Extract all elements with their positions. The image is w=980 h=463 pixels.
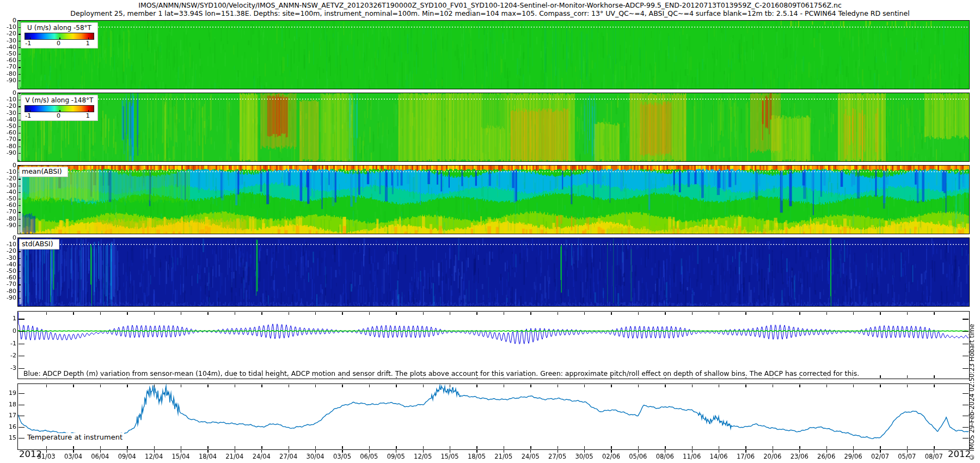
y-tick-label: -20 bbox=[0, 31, 16, 37]
x-tick-mark bbox=[369, 385, 370, 387]
y-tick-label: -60 bbox=[0, 202, 16, 209]
x-date-label: 15/05 bbox=[437, 453, 462, 460]
x-tick-mark bbox=[73, 385, 74, 387]
x-tick-mark bbox=[530, 446, 531, 449]
y-tick-mark bbox=[19, 368, 24, 369]
panel-depth-variation: Blue: ADCP Depth (m) variation from sens… bbox=[17, 311, 970, 379]
x-tick-mark bbox=[154, 312, 155, 315]
x-tick-mark bbox=[504, 312, 504, 315]
std-absi-heatmap bbox=[18, 238, 969, 306]
y-tick-mark bbox=[19, 427, 24, 428]
x-date-label: 21/04 bbox=[222, 453, 247, 460]
y-tick-mark bbox=[19, 331, 24, 332]
u-velocity-heatmap bbox=[18, 21, 969, 89]
x-date-label: 30/04 bbox=[303, 453, 328, 460]
x-tick-mark bbox=[558, 312, 558, 315]
x-tick-mark bbox=[450, 385, 450, 387]
x-date-label: 20/06 bbox=[760, 453, 785, 460]
x-tick-mark bbox=[692, 385, 693, 387]
title-filename: IMOS/ANMN/NSW/SYD100/Velocity/IMOS_ANMN-… bbox=[0, 1, 980, 9]
x-tick-mark bbox=[584, 385, 585, 387]
x-tick-mark bbox=[207, 446, 208, 449]
y-tick-label: -20 bbox=[0, 175, 16, 182]
x-tick-mark bbox=[638, 385, 639, 387]
x-tick-mark bbox=[127, 385, 127, 387]
x-date-label: 27/04 bbox=[276, 453, 301, 460]
x-tick-mark bbox=[261, 312, 262, 315]
x-tick-mark bbox=[207, 385, 208, 387]
y-tick-label: -50 bbox=[0, 196, 16, 202]
x-tick-mark bbox=[46, 385, 47, 387]
x-tick-mark bbox=[826, 446, 827, 449]
y-tick-label: -30 bbox=[0, 38, 16, 44]
x-tick-mark bbox=[100, 312, 101, 315]
x-tick-mark bbox=[154, 385, 155, 387]
x-tick-mark bbox=[396, 312, 396, 315]
x-tick-mark bbox=[127, 312, 127, 315]
y-tick-label: -50 bbox=[0, 51, 16, 57]
y-tick-label: 19 bbox=[0, 390, 16, 397]
colorbar-notch bbox=[59, 110, 60, 112]
x-tick-mark bbox=[207, 312, 208, 315]
x-date-label: 26/06 bbox=[814, 453, 839, 460]
x-tick-mark bbox=[826, 385, 827, 387]
x-tick-mark bbox=[315, 312, 316, 315]
x-tick-mark bbox=[181, 312, 181, 315]
x-date-label: 12/04 bbox=[142, 453, 167, 460]
x-date-label: 23/06 bbox=[787, 453, 812, 460]
y-tick-label: -20 bbox=[0, 103, 16, 109]
panel-mean-absi: mean(ABSI) bbox=[17, 165, 970, 234]
y-tick-label: -90 bbox=[0, 150, 16, 156]
y-tick-mark bbox=[19, 192, 21, 193]
x-tick-mark bbox=[181, 446, 181, 449]
v-colorbar-ticks: -1 0 1 bbox=[24, 112, 94, 119]
x-tick-mark bbox=[665, 446, 665, 449]
imos-timestamp-watermark: © IMOS 29-Feb-2024 02:50:23 Hobart time bbox=[968, 258, 977, 461]
x-tick-mark bbox=[235, 446, 235, 449]
y-tick-label: 15 bbox=[0, 435, 16, 441]
x-tick-mark bbox=[530, 385, 531, 387]
x-tick-mark bbox=[934, 312, 934, 315]
x-tick-mark bbox=[369, 312, 370, 315]
x-date-label: 09/05 bbox=[383, 453, 408, 460]
x-tick-mark bbox=[504, 446, 504, 449]
y-tick-mark bbox=[19, 271, 21, 272]
x-tick-mark bbox=[934, 446, 934, 449]
y-tick-label: -90 bbox=[0, 222, 16, 229]
x-date-label: 09/04 bbox=[114, 453, 139, 460]
colorbar-notch bbox=[59, 38, 60, 40]
y-tick-mark bbox=[963, 344, 969, 344]
x-tick-mark bbox=[719, 385, 719, 387]
x-tick-mark bbox=[853, 312, 854, 315]
y-tick-label: -50 bbox=[0, 268, 16, 275]
x-tick-mark bbox=[530, 312, 531, 315]
x-tick-mark bbox=[342, 446, 342, 449]
x-date-label: 03/05 bbox=[329, 453, 354, 460]
y-tick-label: -30 bbox=[0, 255, 16, 261]
panel-u-velocity: U (m/s) along -58°T -1 0 1 bbox=[17, 20, 970, 89]
y-tick-mark bbox=[963, 368, 969, 369]
y-tick-mark bbox=[19, 205, 21, 206]
x-date-label: 02/06 bbox=[598, 453, 623, 460]
y-tick-label: -70 bbox=[0, 136, 16, 143]
x-tick-mark bbox=[611, 446, 611, 449]
y-tick-mark bbox=[19, 179, 21, 179]
x-tick-mark bbox=[773, 446, 773, 449]
y-tick-mark bbox=[19, 133, 21, 133]
x-date-label: 17/06 bbox=[733, 453, 758, 460]
x-tick-mark bbox=[692, 446, 693, 449]
y-tick-mark bbox=[19, 67, 21, 68]
x-tick-mark bbox=[369, 446, 370, 449]
y-tick-label: -20 bbox=[0, 248, 16, 254]
y-tick-mark bbox=[963, 427, 969, 428]
y-tick-mark bbox=[19, 284, 21, 285]
x-date-label: 02/07 bbox=[867, 453, 892, 460]
panel-v-velocity: V (m/s) along -148°T -1 0 1 bbox=[17, 93, 970, 162]
y-tick-label: -10 bbox=[0, 96, 16, 103]
y-tick-mark bbox=[19, 251, 21, 252]
x-tick-mark bbox=[907, 446, 908, 449]
x-tick-mark bbox=[692, 312, 693, 315]
y-tick-mark bbox=[19, 126, 21, 127]
y-tick-label: -1 bbox=[0, 340, 16, 347]
x-tick-mark bbox=[396, 446, 396, 449]
